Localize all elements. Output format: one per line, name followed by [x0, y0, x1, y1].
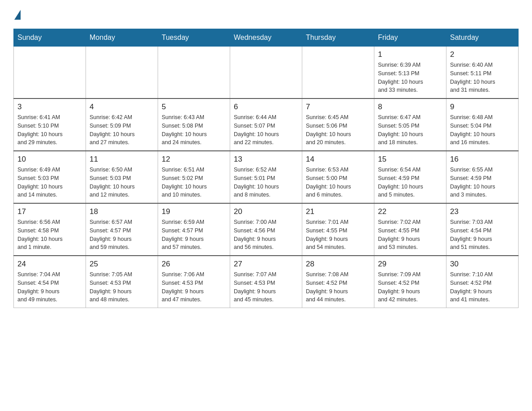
- calendar-week-row: 1Sunrise: 6:39 AM Sunset: 5:13 PM Daylig…: [14, 47, 519, 99]
- day-info: Sunrise: 6:56 AM Sunset: 4:58 PM Dayligh…: [17, 218, 82, 252]
- weekday-header-tuesday: Tuesday: [158, 29, 230, 47]
- calendar-week-row: 3Sunrise: 6:41 AM Sunset: 5:10 PM Daylig…: [14, 98, 519, 151]
- day-info: Sunrise: 6:52 AM Sunset: 5:01 PM Dayligh…: [234, 166, 298, 199]
- day-info: Sunrise: 6:47 AM Sunset: 5:05 PM Dayligh…: [378, 113, 442, 147]
- day-info: Sunrise: 6:48 AM Sunset: 5:04 PM Dayligh…: [450, 113, 515, 147]
- day-info: Sunrise: 7:10 AM Sunset: 4:52 PM Dayligh…: [450, 270, 515, 304]
- day-number: 7: [306, 103, 370, 111]
- weekday-header-sunday: Sunday: [14, 29, 86, 47]
- calendar-cell: 12Sunrise: 6:51 AM Sunset: 5:02 PM Dayli…: [158, 151, 230, 203]
- calendar-cell: [86, 47, 158, 99]
- day-number: 1: [378, 50, 442, 59]
- day-info: Sunrise: 6:40 AM Sunset: 5:11 PM Dayligh…: [450, 61, 515, 94]
- calendar-cell: 13Sunrise: 6:52 AM Sunset: 5:01 PM Dayli…: [230, 151, 302, 203]
- day-number: 18: [90, 207, 154, 216]
- calendar-cell: 19Sunrise: 6:59 AM Sunset: 4:57 PM Dayli…: [158, 203, 230, 256]
- calendar-cell: 6Sunrise: 6:44 AM Sunset: 5:07 PM Daylig…: [230, 98, 302, 151]
- page-header: [13, 9, 519, 20]
- weekday-header-friday: Friday: [374, 29, 446, 47]
- calendar-cell: [302, 47, 374, 99]
- day-info: Sunrise: 6:59 AM Sunset: 4:57 PM Dayligh…: [162, 218, 226, 252]
- day-number: 23: [450, 207, 515, 216]
- calendar-table: SundayMondayTuesdayWednesdayThursdayFrid…: [13, 29, 519, 308]
- weekday-header-thursday: Thursday: [302, 29, 374, 47]
- day-info: Sunrise: 6:43 AM Sunset: 5:08 PM Dayligh…: [162, 113, 226, 147]
- day-info: Sunrise: 7:08 AM Sunset: 4:52 PM Dayligh…: [306, 270, 370, 304]
- weekday-header-monday: Monday: [86, 29, 158, 47]
- day-number: 11: [90, 155, 154, 164]
- day-info: Sunrise: 6:55 AM Sunset: 4:59 PM Dayligh…: [450, 166, 515, 199]
- day-number: 3: [17, 103, 82, 111]
- day-info: Sunrise: 7:00 AM Sunset: 4:56 PM Dayligh…: [234, 218, 298, 252]
- calendar-cell: 15Sunrise: 6:54 AM Sunset: 4:59 PM Dayli…: [374, 151, 446, 203]
- calendar-cell: 28Sunrise: 7:08 AM Sunset: 4:52 PM Dayli…: [302, 256, 374, 308]
- calendar-cell: 10Sunrise: 6:49 AM Sunset: 5:03 PM Dayli…: [14, 151, 86, 203]
- calendar-cell: 16Sunrise: 6:55 AM Sunset: 4:59 PM Dayli…: [446, 151, 519, 203]
- calendar-week-row: 17Sunrise: 6:56 AM Sunset: 4:58 PM Dayli…: [14, 203, 519, 256]
- day-number: 6: [234, 103, 298, 111]
- day-info: Sunrise: 6:53 AM Sunset: 5:00 PM Dayligh…: [306, 166, 370, 199]
- day-number: 24: [17, 260, 82, 269]
- day-number: 16: [450, 155, 515, 164]
- calendar-cell: 24Sunrise: 7:04 AM Sunset: 4:54 PM Dayli…: [14, 256, 86, 308]
- calendar-cell: 21Sunrise: 7:01 AM Sunset: 4:55 PM Dayli…: [302, 203, 374, 256]
- calendar-cell: [230, 47, 302, 99]
- day-number: 25: [90, 260, 154, 269]
- day-info: Sunrise: 6:44 AM Sunset: 5:07 PM Dayligh…: [234, 113, 298, 147]
- day-info: Sunrise: 7:01 AM Sunset: 4:55 PM Dayligh…: [306, 218, 370, 252]
- calendar-week-row: 24Sunrise: 7:04 AM Sunset: 4:54 PM Dayli…: [14, 256, 519, 308]
- weekday-header-saturday: Saturday: [446, 29, 519, 47]
- day-info: Sunrise: 6:45 AM Sunset: 5:06 PM Dayligh…: [306, 113, 370, 147]
- day-info: Sunrise: 7:09 AM Sunset: 4:52 PM Dayligh…: [378, 270, 442, 304]
- weekday-header-wednesday: Wednesday: [230, 29, 302, 47]
- logo: [13, 9, 21, 20]
- day-info: Sunrise: 7:07 AM Sunset: 4:53 PM Dayligh…: [234, 270, 298, 304]
- day-info: Sunrise: 6:57 AM Sunset: 4:57 PM Dayligh…: [90, 218, 154, 252]
- day-number: 8: [378, 103, 442, 111]
- day-info: Sunrise: 7:03 AM Sunset: 4:54 PM Dayligh…: [450, 218, 515, 252]
- calendar-cell: 8Sunrise: 6:47 AM Sunset: 5:05 PM Daylig…: [374, 98, 446, 151]
- calendar-header-row: SundayMondayTuesdayWednesdayThursdayFrid…: [14, 29, 519, 47]
- day-number: 30: [450, 260, 515, 269]
- day-number: 29: [378, 260, 442, 269]
- logo-triangle-icon: [14, 10, 21, 20]
- calendar-cell: 11Sunrise: 6:50 AM Sunset: 5:03 PM Dayli…: [86, 151, 158, 203]
- day-info: Sunrise: 6:51 AM Sunset: 5:02 PM Dayligh…: [162, 166, 226, 199]
- calendar-cell: 29Sunrise: 7:09 AM Sunset: 4:52 PM Dayli…: [374, 256, 446, 308]
- day-number: 2: [450, 50, 515, 59]
- calendar-cell: 17Sunrise: 6:56 AM Sunset: 4:58 PM Dayli…: [14, 203, 86, 256]
- day-info: Sunrise: 6:39 AM Sunset: 5:13 PM Dayligh…: [378, 61, 442, 94]
- day-info: Sunrise: 6:41 AM Sunset: 5:10 PM Dayligh…: [17, 113, 82, 147]
- calendar-cell: 5Sunrise: 6:43 AM Sunset: 5:08 PM Daylig…: [158, 98, 230, 151]
- calendar-cell: 26Sunrise: 7:06 AM Sunset: 4:53 PM Dayli…: [158, 256, 230, 308]
- day-number: 4: [90, 103, 154, 111]
- calendar-cell: 14Sunrise: 6:53 AM Sunset: 5:00 PM Dayli…: [302, 151, 374, 203]
- calendar-cell: [14, 47, 86, 99]
- day-number: 14: [306, 155, 370, 164]
- calendar-cell: 4Sunrise: 6:42 AM Sunset: 5:09 PM Daylig…: [86, 98, 158, 151]
- calendar-cell: 30Sunrise: 7:10 AM Sunset: 4:52 PM Dayli…: [446, 256, 519, 308]
- calendar-cell: 7Sunrise: 6:45 AM Sunset: 5:06 PM Daylig…: [302, 98, 374, 151]
- day-number: 21: [306, 207, 370, 216]
- day-number: 17: [17, 207, 82, 216]
- calendar-cell: 1Sunrise: 6:39 AM Sunset: 5:13 PM Daylig…: [374, 47, 446, 99]
- day-number: 19: [162, 207, 226, 216]
- calendar-cell: 3Sunrise: 6:41 AM Sunset: 5:10 PM Daylig…: [14, 98, 86, 151]
- day-number: 5: [162, 103, 226, 111]
- day-info: Sunrise: 7:04 AM Sunset: 4:54 PM Dayligh…: [17, 270, 82, 304]
- day-info: Sunrise: 6:42 AM Sunset: 5:09 PM Dayligh…: [90, 113, 154, 147]
- calendar-cell: 9Sunrise: 6:48 AM Sunset: 5:04 PM Daylig…: [446, 98, 519, 151]
- calendar-week-row: 10Sunrise: 6:49 AM Sunset: 5:03 PM Dayli…: [14, 151, 519, 203]
- day-info: Sunrise: 7:06 AM Sunset: 4:53 PM Dayligh…: [162, 270, 226, 304]
- day-number: 26: [162, 260, 226, 269]
- calendar-cell: 22Sunrise: 7:02 AM Sunset: 4:55 PM Dayli…: [374, 203, 446, 256]
- day-number: 22: [378, 207, 442, 216]
- day-info: Sunrise: 6:49 AM Sunset: 5:03 PM Dayligh…: [17, 166, 82, 199]
- day-number: 20: [234, 207, 298, 216]
- day-number: 28: [306, 260, 370, 269]
- day-number: 15: [378, 155, 442, 164]
- calendar-cell: 20Sunrise: 7:00 AM Sunset: 4:56 PM Dayli…: [230, 203, 302, 256]
- day-number: 9: [450, 103, 515, 111]
- day-number: 12: [162, 155, 226, 164]
- day-number: 13: [234, 155, 298, 164]
